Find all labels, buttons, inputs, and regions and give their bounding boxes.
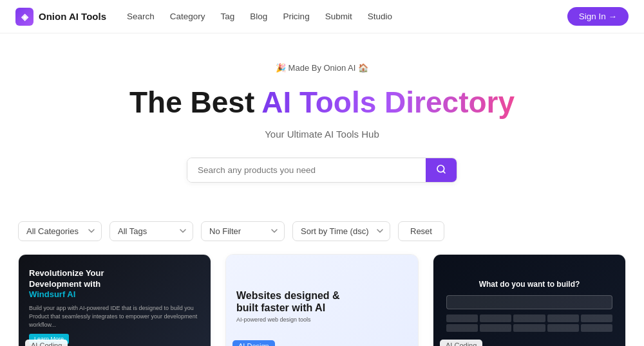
hero-section: 🎉 Made By Onion AI 🏠 The Best AI Tools D… — [0, 33, 644, 221]
card3-tag-overlay: AI Coding — [440, 340, 482, 346]
nav-category[interactable]: Category — [170, 12, 205, 21]
signin-button[interactable]: Sign In → — [567, 7, 629, 26]
card-screenshot-3: What do you want to build? AI Coding — [433, 255, 625, 346]
nav-submit[interactable]: Submit — [325, 12, 352, 21]
logo-text: Onion AI Tools — [39, 11, 106, 22]
search-bar — [187, 158, 457, 183]
hero-title-gradient: AI Tools Directory — [261, 86, 515, 119]
ss1-heading: Revolutionize YourDevelopment withWindsu… — [29, 268, 200, 301]
card1-tag-overlay: AI Coding — [25, 340, 68, 346]
nav-studio[interactable]: Studio — [368, 12, 392, 21]
cards-grid: Revolutionize YourDevelopment withWindsu… — [0, 254, 644, 346]
card-relume[interactable]: Websites designed &built faster with AI … — [225, 254, 419, 346]
logo-icon: ◈ — [15, 8, 33, 26]
card-screenshot-2: Websites designed &built faster with AI … — [226, 255, 418, 346]
nav-links: Search Category Tag Blog Pricing Submit … — [127, 12, 567, 21]
search-button[interactable] — [426, 158, 457, 182]
hero-badge: 🎉 Made By Onion AI 🏠 — [276, 63, 368, 73]
card-windsurf[interactable]: Revolutionize YourDevelopment withWindsu… — [18, 254, 211, 346]
ss2-heading: Websites designed &built faster with AI — [236, 289, 408, 314]
hero-title: The Best AI Tools Directory — [13, 86, 631, 120]
hero-subtitle: Your Ultimate AI Tools Hub — [13, 129, 631, 140]
nav-pricing[interactable]: Pricing — [283, 12, 309, 21]
search-input[interactable] — [187, 158, 426, 182]
filter-bar: All Categories AI Coding AI Design AI Wr… — [0, 221, 644, 254]
nav-tag[interactable]: Tag — [221, 12, 235, 21]
tag-filter[interactable]: All Tags Free Freemium Paid — [109, 221, 193, 241]
nofilter-select[interactable]: No Filter Free Freemium Paid — [201, 221, 285, 241]
search-icon — [436, 164, 446, 174]
logo-link[interactable]: ◈ Onion AI Tools — [15, 8, 106, 26]
svg-line-1 — [443, 171, 445, 173]
card2-tag-overlay: AI Design — [232, 340, 275, 346]
reset-button[interactable]: Reset — [398, 221, 444, 241]
sort-select[interactable]: Sort by Time (dsc) Sort by Time (asc) So… — [292, 221, 390, 241]
navbar: ◈ Onion AI Tools Search Category Tag Blo… — [0, 0, 644, 33]
hero-title-plain: The Best — [129, 86, 261, 119]
nav-blog[interactable]: Blog — [250, 12, 267, 21]
ss3-heading: What do you want to build? — [446, 280, 612, 289]
card-bolt[interactable]: What do you want to build? AI Coding Bol… — [433, 254, 626, 346]
card-screenshot-1: Revolutionize YourDevelopment withWindsu… — [19, 255, 211, 346]
category-filter[interactable]: All Categories AI Coding AI Design AI Wr… — [18, 221, 102, 241]
nav-search[interactable]: Search — [127, 12, 155, 21]
